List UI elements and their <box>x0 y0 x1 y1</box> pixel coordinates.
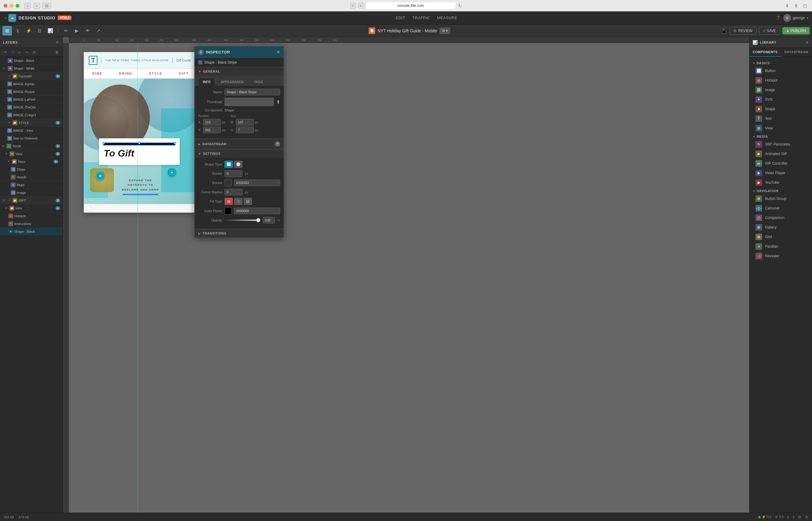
fullscreen-icon[interactable]: ⊡ <box>803 3 808 8</box>
layers-redo-button[interactable]: ↪ <box>24 50 29 55</box>
add-button-bottom[interactable]: + <box>96 172 104 180</box>
layer-hotspot[interactable]: ◎ Hotspot <box>0 212 63 220</box>
layer-scroll[interactable]: ▶ ↕ Scroll 1 <box>0 142 63 150</box>
name-field-input[interactable] <box>224 89 280 95</box>
canvas-area[interactable]: 0 50 100 150 200 250 300 350 400 450 500… <box>63 37 749 513</box>
library-close-button[interactable]: ✕ <box>806 40 809 45</box>
help-icon[interactable]: ? <box>777 15 780 21</box>
layer-shape-black[interactable]: ■ Shape - Black <box>0 57 63 65</box>
layers-eye-button[interactable]: 👁 <box>2 50 8 55</box>
review-button[interactable]: ⊙ REVIEW <box>729 27 756 35</box>
next-page-button[interactable]: › <box>358 3 364 9</box>
lib-item-gallery[interactable]: ⊞ Gallery <box>749 223 812 232</box>
layer-image[interactable]: 🖼 Image <box>0 189 63 197</box>
layer-shape-black-stripe[interactable]: ■ Shape - Black <box>0 228 63 235</box>
layer-image-craigcl[interactable]: 🖼 IMAGE-CraigCl <box>0 111 63 119</box>
back-nav-button[interactable]: ← <box>4 15 8 21</box>
settings-status-button[interactable]: ⚙ <box>798 515 802 519</box>
opacity-input[interactable] <box>263 217 275 224</box>
layer-bkgd[interactable]: ■ Bkgd <box>0 181 63 189</box>
layer-instructions[interactable]: T Instructions <box>0 220 63 228</box>
lib-section-nav-header[interactable]: ▼ NAVIGATION <box>749 187 812 194</box>
border-color-input[interactable] <box>234 180 280 186</box>
layer-carousel-folder[interactable]: ▼ 📁 Carousel 5 <box>0 72 63 80</box>
layer-desc[interactable]: ▼ 📁 Desc 3 › <box>0 158 63 165</box>
lib-item-gifctrl[interactable]: ⏯ GIF Controller <box>749 159 812 168</box>
tab-info[interactable]: INFO <box>198 78 215 86</box>
lib-item-view[interactable]: ⊞ View <box>749 123 812 133</box>
add-button-top[interactable]: + <box>168 168 176 177</box>
lib-item-grid[interactable]: ⊞ Grid <box>749 232 812 242</box>
lib-section-basics-header[interactable]: ▼ BASICS <box>749 60 812 66</box>
play-tool[interactable]: ▶ <box>72 26 82 36</box>
fill-gradient-button[interactable]: ◫ <box>234 198 242 205</box>
tab-tags[interactable]: TAGS <box>249 78 267 86</box>
size-h-input[interactable] <box>236 127 254 133</box>
edit-tool[interactable]: ✏ <box>61 26 71 36</box>
opacity-handle[interactable] <box>256 218 260 222</box>
url-bar[interactable]: console.flite.com <box>366 2 456 9</box>
layers-tool[interactable]: ⊞ <box>2 26 12 36</box>
lib-item-btngroup[interactable]: ⊞ Button Group <box>749 194 812 203</box>
publish-button[interactable]: ▲ PUBLISH <box>783 27 810 35</box>
layer-image-lapied[interactable]: 🖼 IMAGE-LaPied <box>0 96 63 104</box>
settings-section-header[interactable]: ▼ SETTINGS <box>195 150 284 158</box>
shape-rect-button[interactable]: ⬜ <box>224 161 233 168</box>
layer-image-theold[interactable]: 🖼 IMAGE-TheOld <box>0 104 63 111</box>
color-picker-input[interactable] <box>234 208 280 214</box>
general-section-header[interactable]: ▼ GENERAL <box>195 67 284 75</box>
lib-section-media-header[interactable]: ▼ MEDIA <box>749 133 812 139</box>
fill-image-button[interactable]: 🖼 <box>244 198 252 205</box>
doc-settings-button[interactable]: ⚙ ▾ <box>439 27 450 34</box>
lib-item-carousel[interactable]: ◁▷ Carousel <box>749 203 812 213</box>
tab-appearance[interactable]: APPEARANCE <box>216 78 248 86</box>
layer-headli[interactable]: T Headli <box>0 173 63 181</box>
layers-filter-button[interactable]: ▽ <box>10 50 15 55</box>
tab-components[interactable]: COMPONENTS <box>749 48 781 57</box>
forward-button[interactable]: › <box>33 3 40 9</box>
pos-y-input[interactable] <box>203 127 221 133</box>
lib-item-image[interactable]: 🖼 Image <box>749 85 812 95</box>
prev-page-button[interactable]: ‹ <box>350 3 356 9</box>
border-color-swatch[interactable] <box>224 179 232 186</box>
nav-traffic[interactable]: TRAFFIC <box>412 16 430 20</box>
transitions-section[interactable]: ▶ TRANSITIONS <box>195 229 284 237</box>
lib-item-comparison[interactable]: ◫ Comparison <box>749 213 812 223</box>
menu-dine[interactable]: DINE <box>92 72 103 75</box>
layer-close[interactable]: 🖼 Close <box>0 165 63 173</box>
inspector-close-button[interactable]: ✕ <box>276 49 280 55</box>
opacity-slider[interactable] <box>224 220 260 221</box>
close-window-button[interactable] <box>4 4 7 8</box>
export-tool[interactable]: ↗ <box>93 26 103 36</box>
layer-image-roque[interactable]: 🖼 IMAGE-Roque <box>0 88 63 96</box>
layer-gift-folder[interactable]: 👁 ▼ 📁 GIFT 8 <box>0 197 63 204</box>
user-area[interactable]: G george ▾ <box>783 14 808 22</box>
selection-handle-right[interactable] <box>174 142 176 144</box>
menu-drink[interactable]: DRINK <box>119 72 132 75</box>
menu-style[interactable]: STYLE <box>149 72 162 75</box>
datastream-section[interactable]: ▶ DATASTREAM ? <box>195 139 284 149</box>
close-layers-button[interactable]: ✕ <box>55 40 60 45</box>
actions-tool[interactable]: ⚡ <box>24 26 34 36</box>
layer-intro[interactable]: ▼ 📁 Intro 4 <box>0 204 63 212</box>
reload-button[interactable]: ↻ <box>458 3 462 9</box>
maximize-window-button[interactable] <box>16 4 19 8</box>
save-button[interactable]: ✓ EDIT SAVE <box>759 27 780 35</box>
download-icon[interactable]: ⬇ <box>785 3 790 8</box>
selection-handle-left[interactable] <box>103 142 105 144</box>
nav-edit[interactable]: EDIT <box>396 16 405 20</box>
lib-item-revealer[interactable]: ◁ Revealer <box>749 251 812 261</box>
corner-radius-input[interactable] <box>224 189 242 196</box>
lib-item-text[interactable]: T Text <box>749 114 812 123</box>
border-width-input[interactable] <box>224 170 242 177</box>
lib-item-hotspot[interactable]: ◎ Hotspot <box>749 75 812 85</box>
user-dropdown-icon[interactable]: ▾ <box>807 16 808 20</box>
lib-item-parallax[interactable]: ≡ Parallax <box>749 242 812 251</box>
layer-shape-white[interactable]: 👁 ■ Shape - White <box>0 65 63 72</box>
layers-settings-button[interactable]: ⚙ <box>31 50 37 55</box>
layers-delete-button[interactable]: 🗑 <box>54 50 60 55</box>
layer-image-agrid[interactable]: 🖼 IMAGE-Agridu <box>0 80 63 88</box>
mobile-device-icon[interactable]: 📱 <box>721 27 727 34</box>
size-w-input[interactable] <box>236 119 254 126</box>
analytics-tool[interactable]: 📊 <box>45 26 55 36</box>
